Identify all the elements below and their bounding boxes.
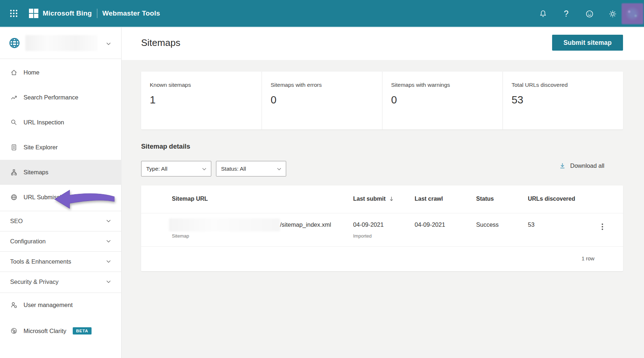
sidebar-section-tools-enhancements[interactable]: Tools & Enhancements [0,251,122,272]
sidebar-item-label: Search Performance [24,94,78,101]
download-icon [559,162,566,170]
help-icon[interactable]: ? [562,9,571,18]
sitemap-hierarchy-icon [10,169,18,176]
microsoft-logo-icon [29,9,38,18]
main-content: Known sitemaps 1 Sitemaps with errors 0 … [122,60,644,358]
table-row: /sitemap_index.xml Sitemap 04-09-2021 Im… [141,213,623,247]
page-header: Sitemaps Submit sitemap [122,27,644,60]
stat-value: 0 [271,94,276,106]
section-label: Tools & Enhancements [10,258,71,265]
last-submit-date: 04-09-2021 [353,221,384,228]
row-actions-ellipsis-icon[interactable] [598,222,606,231]
stats-band: Known sitemaps 1 Sitemaps with errors 0 … [141,72,623,129]
download-all-label: Download all [570,162,604,169]
feedback-smiley-icon[interactable] [585,9,594,18]
sidebar-item-label: Sitemaps [24,169,48,176]
home-icon [10,69,18,76]
waffle-menu-icon[interactable] [7,6,21,21]
sidebar-item-label: Microsoft Clarity [24,328,66,334]
stat-card-total-urls: Total URLs discovered 53 [503,72,623,129]
column-header-urls-discovered[interactable]: URLs discovered [528,196,575,202]
stat-card-known-sitemaps: Known sitemaps 1 [141,72,262,129]
sidebar-item-site-explorer[interactable]: Site Explorer [0,135,122,160]
user-icon [10,301,18,309]
divider [0,59,122,59]
sitemap-url-blurred [169,218,280,231]
submit-sitemap-button[interactable]: Submit sitemap [552,35,623,51]
status-filter-dropdown[interactable]: Status: All [216,161,286,176]
section-label: SEO [10,218,23,225]
globe-icon [10,193,18,201]
column-header-last-crawl[interactable]: Last crawl [415,196,443,202]
sidebar-section-seo[interactable]: SEO [0,211,122,231]
stat-label: Sitemaps with errors [271,82,322,88]
submit-note: Imported [353,233,372,239]
stat-value: 53 [512,94,523,106]
sidebar-item-search-performance[interactable]: Search Performance [0,85,122,110]
row-count: 1 row [582,256,594,261]
type-filter-dropdown[interactable]: Type: All [141,161,211,176]
document-list-icon [10,144,18,151]
sidebar-section-configuration[interactable]: Configuration [0,231,122,251]
page-title: Sitemaps [141,37,180,48]
column-header-status[interactable]: Status [476,196,494,202]
sitemaps-table: Sitemap URL Last submit Last crawl Statu… [141,186,623,271]
magnifier-icon [10,119,18,126]
stat-label: Total URLs discovered [512,82,568,88]
sidebar-item-user-management[interactable]: User management [0,293,122,317]
app-header: Microsoft Bing Webmaster Tools ? [0,0,644,27]
site-globe-icon [8,37,21,50]
chevron-down-icon [105,217,112,225]
section-heading: Sitemap details [141,142,190,150]
table-footer: 1 row [141,247,623,271]
clarity-icon [10,327,18,335]
stat-card-sitemaps-errors: Sitemaps with errors 0 [262,72,382,129]
chevron-down-icon [276,166,283,172]
sidebar-item-url-submission[interactable]: URL Submission [0,185,122,210]
trend-up-icon [10,94,18,101]
chevron-down-icon [105,258,112,265]
site-selector[interactable] [0,30,122,56]
chevron-down-icon [201,166,208,172]
column-header-label: Last submit [353,196,386,202]
sidebar: Home Search Performance URL Inspection [0,27,122,358]
table-header-row: Sitemap URL Last submit Last crawl Statu… [141,186,623,213]
site-selector-chevron-down-icon [105,40,112,47]
sidebar-section-security-privacy[interactable]: Security & Privacy [0,272,122,292]
urls-discovered-value: 53 [528,221,534,228]
site-name-blurred [25,35,98,51]
stat-label: Sitemaps with warnings [391,82,450,88]
sidebar-item-label: User management [24,302,73,308]
type-filter-value: Type: All [146,166,168,172]
sidebar-item-sitemaps[interactable]: Sitemaps [0,160,122,185]
product-name: Webmaster Tools [102,9,160,17]
sidebar-item-microsoft-clarity[interactable]: Microsoft Clarity BETA [0,319,122,343]
beta-badge: BETA [73,327,92,334]
status-value: Success [476,221,499,228]
settings-gear-icon[interactable] [608,9,617,18]
brand-name: Microsoft Bing [43,9,92,17]
stat-card-sitemaps-warnings: Sitemaps with warnings 0 [382,72,503,129]
download-all-button[interactable]: Download all [559,162,604,170]
sidebar-item-label: URL Submission [24,194,68,201]
sitemap-type-label: Sitemap [172,233,189,239]
sort-descending-icon [389,196,394,202]
stat-label: Known sitemaps [150,82,191,88]
section-label: Configuration [10,238,46,245]
status-filter-value: Status: All [221,166,246,172]
chevron-down-icon [105,278,112,285]
column-header-sitemap-url[interactable]: Sitemap URL [172,196,208,202]
notifications-bell-icon[interactable] [538,9,548,18]
sidebar-item-label: URL Inspection [24,119,64,126]
user-avatar[interactable] [622,3,643,24]
sidebar-item-label: Home [24,69,39,76]
stat-value: 1 [150,94,156,106]
last-crawl-date: 04-09-2021 [415,221,445,228]
sitemap-url-suffix: /sitemap_index.xml [280,221,331,228]
sidebar-item-label: Site Explorer [24,144,58,151]
sidebar-item-url-inspection[interactable]: URL Inspection [0,110,122,135]
stat-value: 0 [391,94,397,106]
chevron-down-icon [105,238,112,245]
sidebar-item-home[interactable]: Home [0,60,122,85]
column-header-last-submit[interactable]: Last submit [353,196,394,202]
